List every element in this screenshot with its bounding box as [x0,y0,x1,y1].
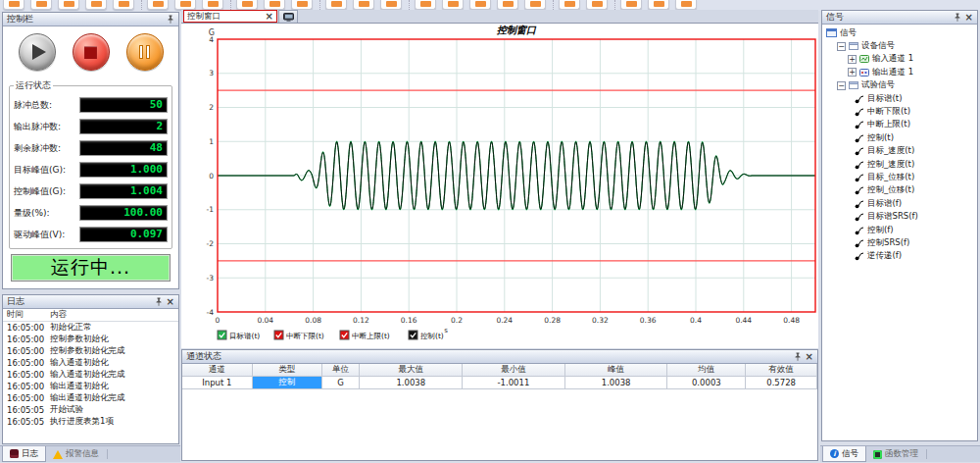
control-window-chart: 控制窗口G43210-1-2-3-400.040.080.120.160.20.… [181,24,818,348]
status-field: 目标峰值(G):1.000 [14,159,168,180]
collapse-icon[interactable]: − [837,42,846,51]
log-row: 16:05:05开始试验 [3,404,178,416]
channel-table-row[interactable]: Input 1控制G1.0038-1.00111.00380.00030.572… [182,377,817,389]
toolbar-button[interactable] [30,0,52,10]
close-icon[interactable]: × [167,297,174,306]
y-tick-label: -2 [207,239,215,248]
legend-item[interactable]: 控制(t) [409,331,444,340]
tree-item[interactable]: 目标谱(f) [824,197,977,210]
tree-item[interactable]: 目标谱SRS(f) [824,210,977,223]
expand-icon[interactable]: + [848,68,857,77]
tree-item[interactable]: 控制_速度(t) [824,158,977,171]
channel-status-header: 通道状态 × [182,350,817,364]
tree-group[interactable]: −设备信号 [824,39,977,52]
toolbar-button[interactable] [559,0,580,10]
toolbar-button[interactable] [291,0,313,10]
x-tick-label: 0.24 [496,316,513,325]
pin-icon[interactable] [155,297,163,306]
channel-status-panel: 通道状态 × 通道类型单位最大值最小值峰值均值有效值Input 1控制G1.00… [181,349,818,461]
legend-item[interactable]: 目标谱(t) [218,331,260,340]
tree-item[interactable]: 目标谱(t) [824,92,977,105]
tree-item[interactable]: 控制SRS(f) [824,236,977,249]
tree-item[interactable]: +输出通道 1 [824,66,977,78]
toolbar-button[interactable] [174,0,196,10]
tree-item[interactable]: 控制(t) [824,131,977,144]
pin-icon[interactable] [794,352,802,361]
tab-alarm-info[interactable]: 报警信息 [46,446,106,462]
pin-icon[interactable] [167,15,174,24]
y-tick-label: 0 [209,172,214,180]
toolbar-button[interactable] [469,0,491,10]
toolbar-button[interactable] [353,0,374,10]
tree-item[interactable]: 控制(f) [824,224,977,236]
toolbar-button[interactable] [147,0,169,10]
toolbar-button[interactable] [620,0,642,10]
tree-root-signal[interactable]: 信号 [824,26,977,39]
legend-item[interactable]: 中断下限(t) [274,331,324,340]
toolbar-button[interactable] [3,0,24,10]
toolbar-separator [409,0,410,10]
tree-item-label: 控制_速度(t) [867,159,914,171]
collapse-icon[interactable]: − [837,81,846,90]
legend-checkbox [409,331,417,339]
toolbar-button[interactable] [497,0,518,10]
signal-icon [855,107,864,117]
log-col-time: 时间 [7,309,50,321]
expand-icon[interactable]: + [848,55,857,64]
close-icon[interactable]: × [806,352,813,361]
tab-signal[interactable]: i 信号 [822,446,866,462]
tab-control-window[interactable]: 控制窗口 × [183,10,277,23]
toolbar-button[interactable] [58,0,79,10]
close-icon[interactable]: × [965,13,973,22]
toolbar-button[interactable] [586,0,608,10]
x-tick-label: 0.32 [592,316,609,325]
toolbar-button[interactable] [380,0,402,10]
legend-label: 中断上限(t) [352,332,390,340]
x-axis-label: s [444,327,448,334]
status-field-label: 输出脉冲数: [14,121,61,133]
tree-item-label: 中断下限(t) [867,106,910,118]
tree-item[interactable]: 目标_速度(t) [824,145,977,158]
new-view-tab[interactable] [278,10,298,23]
pause-button[interactable] [126,33,164,71]
close-icon[interactable]: × [266,12,273,21]
legend-item[interactable]: 中断上限(t) [340,331,390,340]
pin-icon[interactable] [954,13,961,22]
toolbar-button[interactable] [264,0,285,10]
channel-value-cell: 0.5728 [746,377,817,389]
tab-function-manager[interactable]: 函数管理 [866,446,925,462]
toolbar-button[interactable] [85,0,107,10]
log-time: 16:05:00 [7,323,50,333]
log-row: 16:05:05执行进度表第1项 [3,416,178,428]
channel-type-cell[interactable]: 控制 [253,377,322,389]
log-dock-tabbar: 日志 报警信息 [0,445,180,462]
toolbar-button[interactable] [202,0,223,10]
tree-item[interactable]: 中断上限(t) [824,119,977,131]
input-channel-icon [859,55,869,63]
toolbar-button[interactable] [113,0,134,10]
toolbar-button[interactable] [524,0,546,10]
channel-column-header: 类型 [253,364,322,377]
toolbar-button[interactable] [648,0,669,10]
tree-item[interactable]: +输入通道 1 [824,53,977,66]
log-time: 16:05:00 [7,393,50,403]
tree-item[interactable]: 中断下限(t) [824,105,977,118]
tree-item[interactable]: 控制_位移(t) [824,184,977,197]
tree-item[interactable]: 逆传递(f) [824,250,977,263]
monitor-icon [283,13,294,22]
tree-item-label: 试验信号 [861,79,895,91]
tree-item-label: 控制(t) [867,132,894,144]
toolbar-button[interactable] [675,0,697,10]
toolbar-button[interactable] [442,0,464,10]
tab-log[interactable]: 日志 [2,446,46,462]
tree-item-label: 控制(f) [867,225,894,236]
toolbar-button[interactable] [236,0,258,10]
toolbar-button[interactable] [415,0,436,10]
x-tick-label: 0.08 [305,316,321,325]
play-button[interactable] [19,33,56,71]
function-manager-icon [873,450,882,459]
stop-button[interactable] [73,33,110,71]
toolbar-button[interactable] [325,0,347,10]
tree-group[interactable]: −试验信号 [824,79,977,92]
tree-item[interactable]: 目标_位移(t) [824,171,977,183]
